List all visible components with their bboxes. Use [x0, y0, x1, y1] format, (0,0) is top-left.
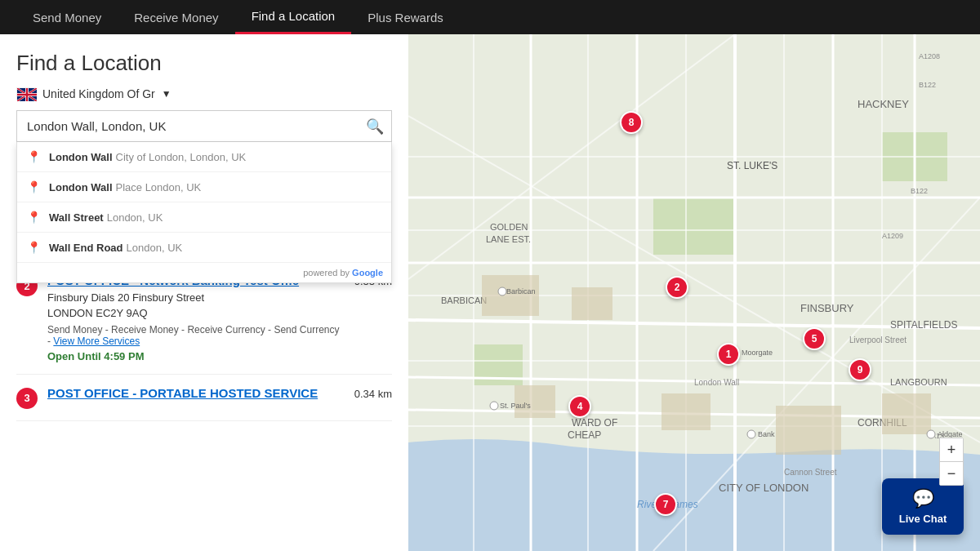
svg-text:London Wall: London Wall: [694, 378, 739, 387]
autocomplete-item-1[interactable]: 📍 London WallPlace London, UK: [17, 172, 391, 202]
svg-text:Liverpool Street: Liverpool Street: [849, 335, 906, 344]
nav-send-money[interactable]: Send Money: [16, 0, 118, 34]
address-line1-2: Finsbury Dials 20 Finsbury Street: [47, 291, 204, 304]
location-hours-2: Open Until 4:59 PM: [47, 350, 345, 362]
location-item-3: 3 POST OFFICE - PORTABLE HOSTED SERVICE …: [16, 375, 392, 421]
map-marker-9[interactable]: 9: [849, 358, 871, 381]
location-services-2: Send Money - Receive Money - Receive Cur…: [47, 324, 345, 347]
map-marker-4[interactable]: 4: [568, 395, 591, 418]
top-navigation: Send Money Receive Money Find a Location…: [0, 0, 980, 34]
svg-point-59: [490, 402, 498, 410]
zoom-in-button[interactable]: +: [940, 438, 963, 461]
svg-text:SPITALFIELDS: SPITALFIELDS: [890, 319, 957, 331]
location-name-3[interactable]: POST OFFICE - PORTABLE HOSTED SERVICE: [47, 386, 345, 400]
google-logo: Google: [352, 268, 383, 278]
svg-text:Bank: Bank: [758, 430, 775, 438]
svg-text:HACKNEY: HACKNEY: [858, 98, 909, 110]
location-distance-2: 0.33 km: [354, 275, 392, 362]
svg-text:A1208: A1208: [919, 52, 940, 60]
view-more-2[interactable]: View More Services: [53, 335, 140, 347]
autocomplete-item-2[interactable]: 📍 Wall StreetLondon, UK: [17, 202, 391, 233]
pin-icon-3: 📍: [27, 241, 41, 254]
map-marker-5[interactable]: 5: [803, 327, 826, 350]
svg-rect-4: [653, 198, 735, 255]
pin-icon-0: 📍: [27, 150, 41, 163]
svg-text:GOLDEN: GOLDEN: [490, 222, 528, 232]
autocomplete-main-3: Wall End Road: [49, 242, 123, 254]
location-info-2: POST OFFICE - Network Banking Test Offic…: [47, 273, 345, 362]
pin-icon-1: 📍: [27, 180, 41, 193]
page-title: Find a Location: [16, 51, 392, 76]
svg-text:St. Paul's: St. Paul's: [500, 402, 531, 410]
svg-text:CHEAP: CHEAP: [568, 429, 601, 441]
svg-text:Cannon Street: Cannon Street: [784, 468, 837, 477]
main-layout: Find a Location United Kingdom Of Gr ▼ 🔍: [0, 34, 980, 551]
zoom-out-button[interactable]: −: [940, 462, 963, 485]
svg-text:ST. LUKE'S: ST. LUKE'S: [727, 160, 777, 171]
svg-text:Barbican: Barbican: [506, 287, 536, 295]
svg-text:LANE EST.: LANE EST.: [486, 234, 531, 244]
map-marker-2[interactable]: 2: [666, 276, 688, 299]
live-chat-label: Live Chat: [899, 513, 947, 525]
location-number-3: 3: [16, 388, 38, 409]
svg-text:BARBICAN: BARBICAN: [441, 295, 487, 305]
svg-text:B122: B122: [919, 81, 936, 89]
chat-icon: 💬: [912, 488, 934, 509]
country-selector[interactable]: United Kingdom Of Gr ▼: [16, 87, 392, 100]
svg-text:WARD OF: WARD OF: [572, 417, 617, 429]
svg-text:Moorgate: Moorgate: [742, 349, 773, 357]
left-panel: Find a Location United Kingdom Of Gr ▼ 🔍: [0, 34, 408, 551]
autocomplete-main-2: Wall Street: [49, 211, 104, 224]
autocomplete-item-3[interactable]: 📍 Wall End RoadLondon, UK: [17, 233, 391, 263]
autocomplete-main-0: London Wall: [49, 151, 113, 163]
svg-text:LANGBOURN: LANGBOURN: [890, 377, 947, 387]
nav-plus-rewards[interactable]: Plus Rewards: [351, 0, 460, 34]
search-button[interactable]: 🔍: [366, 118, 384, 136]
autocomplete-sub-3: London, UK: [127, 242, 183, 254]
country-name: United Kingdom Of Gr: [42, 87, 155, 100]
location-address-2: Finsbury Dials 20 Finsbury Street LONDON…: [47, 291, 345, 320]
svg-rect-46: [882, 393, 931, 434]
pin-icon-2: 📍: [27, 211, 41, 224]
svg-text:FINSBURY: FINSBURY: [800, 302, 854, 314]
nav-receive-money[interactable]: Receive Money: [118, 0, 234, 34]
location-distance-3: 0.34 km: [354, 388, 392, 409]
autocomplete-sub-1: Place London, UK: [116, 181, 202, 193]
search-container: 🔍 📍 London WallCity of London, London, U…: [16, 110, 392, 142]
svg-point-55: [498, 287, 506, 295]
search-input[interactable]: [16, 110, 392, 142]
zoom-controls: + −: [939, 438, 964, 486]
live-chat-button[interactable]: 💬 Live Chat: [882, 478, 964, 535]
autocomplete-main-1: London Wall: [49, 181, 113, 193]
map-background: HACKNEY GOLDEN LANE EST. FINSBURY WARD O…: [408, 34, 980, 551]
map-container: HACKNEY GOLDEN LANE EST. FINSBURY WARD O…: [408, 34, 980, 551]
map-marker-7[interactable]: 7: [654, 493, 677, 516]
map-marker-1[interactable]: 1: [717, 343, 740, 366]
nav-find-location[interactable]: Find a Location: [235, 0, 352, 34]
svg-point-61: [927, 430, 935, 438]
svg-rect-45: [776, 406, 841, 455]
map-svg: HACKNEY GOLDEN LANE EST. FINSBURY WARD O…: [408, 34, 980, 551]
uk-flag-icon: [16, 87, 36, 100]
autocomplete-item-0[interactable]: 📍 London WallCity of London, London, UK: [17, 142, 391, 172]
location-info-3: POST OFFICE - PORTABLE HOSTED SERVICE: [47, 386, 345, 409]
address-line2-2: LONDON EC2Y 9AQ: [47, 307, 148, 319]
autocomplete-dropdown: 📍 London WallCity of London, London, UK …: [16, 142, 392, 283]
svg-rect-44: [572, 287, 612, 320]
powered-by: powered by Google: [17, 263, 391, 282]
svg-text:B122: B122: [911, 187, 928, 195]
svg-rect-47: [662, 393, 710, 430]
autocomplete-sub-0: City of London, London, UK: [116, 151, 247, 163]
svg-rect-43: [482, 275, 539, 316]
autocomplete-sub-2: London, UK: [107, 211, 163, 224]
svg-text:A1209: A1209: [882, 232, 903, 240]
chevron-down-icon: ▼: [162, 88, 172, 100]
svg-point-57: [747, 430, 755, 438]
svg-text:CITY OF LONDON: CITY OF LONDON: [719, 482, 808, 494]
map-marker-8[interactable]: 8: [620, 111, 643, 134]
